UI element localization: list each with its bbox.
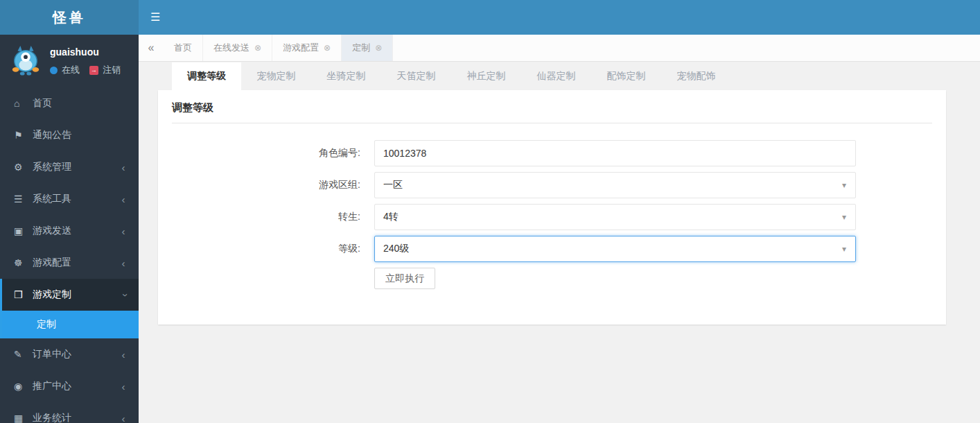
sidebar-item-home[interactable]: ⌂ 首页 xyxy=(0,87,139,119)
chevron-left-icon: ‹ xyxy=(119,225,128,237)
sidebar-group-game-custom: ❒ 游戏定制 ‹ 定制 xyxy=(0,279,139,338)
server-group-label: 游戏区组: xyxy=(172,179,374,191)
online-status-icon xyxy=(50,67,58,74)
sidebar-item-order-center[interactable]: ✎ 订单中心 ‹ xyxy=(0,338,139,370)
form-row: 转生: 4转 ▾ xyxy=(172,204,932,230)
logout-link[interactable]: 注销 xyxy=(103,64,121,76)
sign-out-icon[interactable]: → xyxy=(89,66,98,75)
page-tab-accessory-custom[interactable]: 配饰定制 xyxy=(591,62,661,90)
rebirth-label: 转生: xyxy=(172,211,374,223)
sidebar: 怪兽 guaishuou 在线 → 注销 ⌂ 首页 xyxy=(0,0,139,423)
page-tab-xianqi-custom[interactable]: 仙器定制 xyxy=(521,62,591,90)
user-name: guaishuou xyxy=(50,46,121,58)
top-navbar: ☰ xyxy=(139,0,980,35)
sidebar-item-announcements[interactable]: ⚑ 通知公告 xyxy=(0,119,139,151)
top-tab-home[interactable]: 首页 xyxy=(164,35,203,61)
sidebar-menu: ⌂ 首页 ⚑ 通知公告 ⚙ 系统管理 ‹ ☰ 系统工具 ‹ ▣ 游戏发送 ‹ ☸… xyxy=(0,87,139,423)
top-tab-game-config[interactable]: 游戏配置 ⊗ xyxy=(272,35,342,61)
page-tab-tiandi-custom[interactable]: 天笛定制 xyxy=(381,62,451,90)
caret-down-icon: ▾ xyxy=(842,212,846,222)
panel-title: 调整等级 xyxy=(172,101,932,123)
server-group-select[interactable]: 一区 ▾ xyxy=(374,172,856,198)
sidebar-item-promotion-center[interactable]: ◉ 推广中心 ‹ xyxy=(0,370,139,402)
execute-button[interactable]: 立即执行 xyxy=(374,268,435,289)
close-icon[interactable]: ⊗ xyxy=(324,43,331,53)
online-status-label: 在线 xyxy=(62,64,80,76)
sidebar-item-business-stats[interactable]: ▦ 业务统计 ‹ xyxy=(0,402,139,423)
pencil-icon: ✎ xyxy=(14,349,30,360)
sidebar-item-game-config[interactable]: ☸ 游戏配置 ‹ xyxy=(0,247,139,279)
chevron-left-icon: ‹ xyxy=(119,413,128,423)
page-tab-adjust-level[interactable]: 调整等级 xyxy=(172,62,241,90)
app-logo[interactable]: 怪兽 xyxy=(0,0,139,35)
chevron-left-icon: ‹ xyxy=(119,162,128,173)
top-tab-custom[interactable]: 定制 ⊗ xyxy=(342,35,393,61)
main-content: 调整等级 宠物定制 坐骑定制 天笛定制 神丘定制 仙器定制 配饰定制 宠物配饰 … xyxy=(139,62,980,423)
user-avatar xyxy=(10,44,42,76)
bullhorn-icon: ⚑ xyxy=(14,130,30,141)
level-label: 等级: xyxy=(172,243,374,255)
page-tabs: 调整等级 宠物定制 坐骑定制 天笛定制 神丘定制 仙器定制 配饰定制 宠物配饰 xyxy=(158,62,980,90)
caret-down-icon: ▾ xyxy=(842,180,846,190)
sidebar-item-system-management[interactable]: ⚙ 系统管理 ‹ xyxy=(0,151,139,183)
top-tab-online-send[interactable]: 在线发送 ⊗ xyxy=(203,35,272,61)
top-tabstrip: « 首页 在线发送 ⊗ 游戏配置 ⊗ 定制 ⊗ xyxy=(139,35,980,62)
close-icon[interactable]: ⊗ xyxy=(254,43,261,53)
sidebar-subitem-custom-active[interactable]: 定制 xyxy=(2,311,139,338)
chart-icon: ▦ xyxy=(14,413,30,423)
adjust-level-form: 角色编号: 游戏区组: 一区 ▾ 转生: 4转 ▾ 等级: xyxy=(172,140,932,289)
submit-row: 立即执行 xyxy=(172,268,932,289)
rebirth-select[interactable]: 4转 ▾ xyxy=(374,204,856,230)
eye-icon: ◉ xyxy=(14,381,30,392)
hamburger-menu-icon[interactable]: ☰ xyxy=(139,0,172,35)
form-row: 角色编号: xyxy=(172,140,932,166)
level-select[interactable]: 240级 ▾ xyxy=(374,236,856,262)
cube-icon: ❒ xyxy=(14,289,30,300)
role-id-input[interactable] xyxy=(374,140,856,166)
form-row: 游戏区组: 一区 ▾ xyxy=(172,172,932,198)
list-icon: ☰ xyxy=(14,193,30,205)
gift-icon: ▣ xyxy=(14,225,30,236)
chevron-left-icon: ‹ xyxy=(119,257,128,269)
sidebar-item-game-custom[interactable]: ❒ 游戏定制 ‹ xyxy=(2,279,139,311)
page-tab-shenqiu-custom[interactable]: 神丘定制 xyxy=(451,62,521,90)
chevron-left-icon: ‹ xyxy=(119,349,128,361)
tabs-collapse-icon[interactable]: « xyxy=(139,35,164,61)
adjust-level-panel: 调整等级 角色编号: 游戏区组: 一区 ▾ 转生: 4转 ▾ xyxy=(158,90,946,325)
caret-down-icon: ▾ xyxy=(842,244,846,254)
form-row: 等级: 240级 ▾ xyxy=(172,236,932,262)
gear-icon: ⚙ xyxy=(14,162,30,173)
chevron-left-icon: ‹ xyxy=(119,193,128,205)
page-tab-pet-custom[interactable]: 宠物定制 xyxy=(241,62,311,90)
sidebar-item-game-send[interactable]: ▣ 游戏发送 ‹ xyxy=(0,215,139,247)
page-tab-pet-accessory[interactable]: 宠物配饰 xyxy=(661,62,731,90)
role-id-label: 角色编号: xyxy=(172,147,374,159)
sidebar-item-system-tools[interactable]: ☰ 系统工具 ‹ xyxy=(0,183,139,215)
chevron-down-icon: ‹ xyxy=(118,291,130,299)
close-icon[interactable]: ⊗ xyxy=(375,43,382,53)
dashboard-icon: ☸ xyxy=(14,257,30,268)
page-tab-mount-custom[interactable]: 坐骑定制 xyxy=(311,62,381,90)
chevron-left-icon: ‹ xyxy=(119,381,128,392)
home-icon: ⌂ xyxy=(14,98,30,109)
user-panel: guaishuou 在线 → 注销 xyxy=(0,35,139,83)
